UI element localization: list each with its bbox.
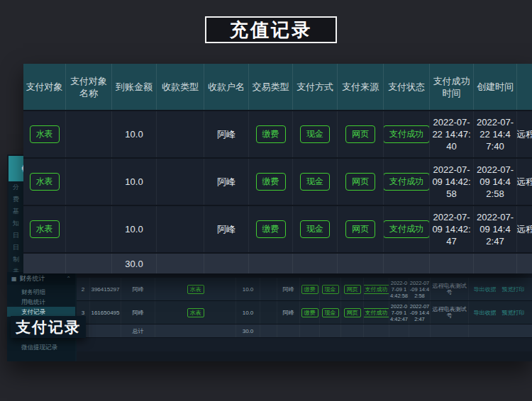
sidebar-item-power-stats[interactable]: 用电统计 bbox=[7, 297, 75, 307]
create-time: 2022-07-22 14:47:40 bbox=[473, 111, 516, 157]
sidebar-item-finance-detail[interactable]: 财务明细 bbox=[7, 287, 75, 297]
col-header: 支付状态 bbox=[383, 64, 429, 110]
col-header: 支付来源 bbox=[337, 64, 383, 110]
recv-account: 阿峰 bbox=[277, 301, 299, 324]
success-time: 2022-07-09 14:42:47 bbox=[429, 206, 473, 252]
remark: 远程电表测试号 bbox=[430, 278, 468, 300]
table-row: 水表 10.0 阿峰 缴费 现金 网页 支付成功 2022-07-09 14:4… bbox=[23, 159, 532, 205]
col-header bbox=[516, 64, 532, 110]
col-header: 支付方式 bbox=[292, 64, 337, 110]
trade-type-badge: 缴费 bbox=[256, 125, 286, 143]
print-preview-link[interactable]: 预览打印 bbox=[502, 286, 525, 293]
success-time: 2022-07-09 14:42:58 bbox=[429, 159, 473, 205]
recharge-table: 支付对象 支付对象名称 到账金额 收款类型 收款户名 交易类型 支付方式 支付来… bbox=[23, 64, 532, 273]
pay-source-badge: 网页 bbox=[345, 173, 375, 191]
background-table: 2 396415297 阿峰 水表 10.0 阿峰 缴费 现金 网页 支付成功 … bbox=[77, 273, 532, 351]
trade-type-badge: 缴费 bbox=[256, 173, 286, 191]
amount: 10.0 bbox=[111, 111, 156, 157]
object-name bbox=[65, 111, 111, 157]
amount: 10.0 bbox=[111, 206, 156, 252]
recv-account: 阿峰 bbox=[204, 159, 248, 205]
pay-status-badge: 支付成功 bbox=[383, 125, 429, 143]
zoom-callout-payment-records: 支付记录 bbox=[11, 316, 86, 338]
table-header-row: 支付对象 支付对象名称 到账金额 收款类型 收款户名 交易类型 支付方式 支付来… bbox=[23, 64, 532, 110]
pay-object-badge: 水表 bbox=[30, 125, 60, 143]
trade-type-badge: 缴费 bbox=[301, 308, 318, 317]
export-receipt-link[interactable]: 导出收据 bbox=[474, 309, 497, 317]
create-time: 2022-07-09 14:42:58 bbox=[473, 159, 516, 205]
col-header: 支付成功时间 bbox=[429, 64, 473, 110]
sidebar-item-payment-records[interactable]: 支付记录 bbox=[7, 307, 75, 317]
table-row: 3 161650495 阿峰 水表 10.0 阿峰 缴费 现金 网页 支付成功 … bbox=[77, 301, 532, 324]
pay-method-badge: 现金 bbox=[300, 173, 330, 191]
table-row: 水表 10.0 阿峰 缴费 现金 网页 支付成功 2022-07-09 14:4… bbox=[23, 206, 532, 252]
amount: 10.0 bbox=[235, 278, 260, 300]
trade-type-badge: 缴费 bbox=[301, 285, 318, 294]
record-id: 161650495 bbox=[89, 301, 121, 324]
recv-account: 阿峰 bbox=[204, 111, 248, 157]
pay-object-badge: 水表 bbox=[187, 285, 204, 294]
row-number: 2 bbox=[77, 278, 89, 300]
trade-type-badge: 缴费 bbox=[256, 220, 286, 238]
total-amount: 30.0 bbox=[235, 324, 260, 337]
success-time: 2022-07-22 14:47:40 bbox=[429, 111, 473, 157]
col-header: 交易类型 bbox=[248, 64, 292, 110]
amount: 10.0 bbox=[111, 159, 156, 205]
col-header: 收款类型 bbox=[156, 64, 204, 110]
col-header: 支付对象 bbox=[23, 64, 65, 110]
amount: 10.0 bbox=[235, 301, 260, 324]
col-header: 收款户名 bbox=[204, 64, 248, 110]
pay-status-badge: 支付成功 bbox=[383, 220, 429, 238]
remark: 远程电表测试号 bbox=[516, 206, 532, 252]
page-title-text: 充值记录 bbox=[230, 18, 312, 43]
table-total-row: 总计 30.0 bbox=[77, 324, 532, 338]
remark: 远程电表测试号 bbox=[516, 111, 532, 157]
pay-source-badge: 网页 bbox=[344, 285, 361, 294]
sidebar-group-label: 财务统计 bbox=[20, 274, 45, 283]
remark: 远程电表测试号 bbox=[516, 159, 532, 205]
col-header: 到账金额 bbox=[111, 64, 156, 110]
export-receipt-link[interactable]: 导出收据 bbox=[474, 286, 497, 293]
pay-status-badge: 支付成功 bbox=[363, 285, 389, 294]
object-name bbox=[65, 206, 111, 252]
success-time: 2022-07-09 14:42:58 bbox=[389, 278, 409, 300]
pay-object-badge: 水表 bbox=[187, 308, 204, 317]
table-row: 水表 10.0 阿峰 缴费 现金 网页 支付成功 2022-07-22 14:4… bbox=[23, 111, 532, 157]
create-time: 2022-07-09 14:42:58 bbox=[409, 278, 430, 300]
payer-name: 阿峰 bbox=[121, 278, 155, 300]
col-header: 支付对象名称 bbox=[65, 64, 111, 110]
pay-source-badge: 网页 bbox=[345, 125, 375, 143]
create-time: 2022-07-09 14:42:47 bbox=[473, 206, 516, 252]
col-header: 创建时间 bbox=[473, 64, 516, 110]
pay-status-badge: 支付成功 bbox=[383, 173, 429, 191]
total-amount: 30.0 bbox=[111, 254, 156, 273]
pay-method-badge: 现金 bbox=[300, 125, 330, 143]
pay-method-badge: 现金 bbox=[322, 308, 339, 317]
table-total-row: 30.0 bbox=[23, 254, 532, 273]
recv-account: 阿峰 bbox=[204, 206, 248, 252]
page-title: 充值记录 bbox=[205, 16, 337, 43]
sidebar-group-finance[interactable]: ▦ 财务统计 ⌃ bbox=[7, 272, 75, 285]
pay-status-badge: 支付成功 bbox=[363, 308, 389, 317]
pay-method-badge: 现金 bbox=[322, 285, 339, 294]
pay-object-badge: 水表 bbox=[30, 220, 60, 238]
total-label: 总计 bbox=[121, 324, 155, 337]
empty-cell bbox=[260, 301, 277, 324]
record-id: 396415297 bbox=[89, 278, 121, 300]
pay-method-badge: 现金 bbox=[300, 220, 330, 238]
empty-cell bbox=[260, 278, 277, 300]
grid-icon: ▦ bbox=[11, 276, 17, 282]
table-row: 2 396415297 阿峰 水表 10.0 阿峰 缴费 现金 网页 支付成功 … bbox=[77, 278, 532, 301]
pay-source-badge: 网页 bbox=[345, 220, 375, 238]
payer-name: 阿峰 bbox=[121, 301, 155, 324]
recv-type bbox=[156, 111, 204, 157]
sidebar-item-wechat-withdraw-records[interactable]: 微信提现记录 bbox=[7, 342, 75, 352]
recv-account: 阿峰 bbox=[277, 278, 299, 300]
recv-type bbox=[156, 206, 204, 252]
create-time: 2022-07-09 14:42:47 bbox=[409, 301, 430, 324]
object-name bbox=[65, 159, 111, 205]
recv-type bbox=[156, 159, 204, 205]
remark: 远程电表测试号 bbox=[430, 301, 468, 324]
pay-source-badge: 网页 bbox=[344, 308, 361, 317]
print-preview-link[interactable]: 预览打印 bbox=[502, 309, 525, 317]
